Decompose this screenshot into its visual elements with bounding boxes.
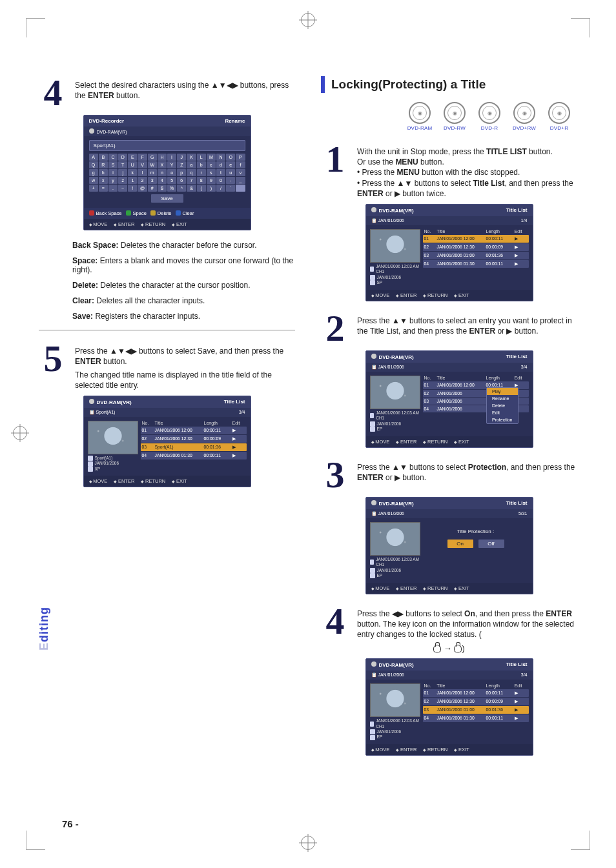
key[interactable]: C <box>108 154 118 161</box>
key[interactable]: g <box>89 169 98 176</box>
rename-field[interactable] <box>89 140 245 151</box>
key[interactable]: 8 <box>197 177 206 184</box>
key[interactable]: T <box>118 161 127 168</box>
popup-item[interactable]: Rename <box>487 395 518 402</box>
key[interactable]: . <box>108 185 118 192</box>
on-button[interactable]: On <box>447 540 473 548</box>
popup-item[interactable]: Protection <box>487 416 518 423</box>
key[interactable]: o <box>167 169 176 176</box>
key[interactable]: ! <box>128 185 137 192</box>
popup-item[interactable]: Edit <box>487 409 518 416</box>
key[interactable]: q <box>187 169 196 176</box>
key[interactable]: 5 <box>167 177 176 184</box>
key[interactable]: e <box>226 161 235 168</box>
table-row[interactable]: 04JAN/01/2006 01:3000:00:11▶ <box>423 260 529 268</box>
key[interactable]: ^ <box>177 185 186 192</box>
table-row[interactable]: 03JAN/01/2006 01:0000:01:36▶ <box>423 252 529 259</box>
key[interactable]: Q <box>89 161 98 168</box>
key[interactable]: P <box>236 154 245 161</box>
key[interactable]: s <box>207 169 216 176</box>
key[interactable]: d <box>216 161 225 168</box>
key[interactable]: 9 <box>207 177 216 184</box>
key[interactable]: = <box>99 185 108 192</box>
key[interactable]: & <box>187 185 196 192</box>
key[interactable]: 6 <box>177 177 186 184</box>
table-row[interactable]: 03Sport(A1)00:01:36▶ <box>141 443 247 451</box>
table-row[interactable]: 01JAN/01/2006 12:0000:00:11▶ <box>423 235 529 243</box>
key[interactable]: Z <box>177 161 186 168</box>
key[interactable]: @ <box>138 185 147 192</box>
table-row[interactable]: 02JAN/01/2006 12:3000:00:09▶ <box>141 435 247 443</box>
key[interactable]: M <box>207 154 216 161</box>
key[interactable]: 4 <box>158 177 167 184</box>
key[interactable]: $ <box>158 185 167 192</box>
table-row[interactable]: 03JAN/01/2006 01:0000:01:36▶ <box>423 706 529 714</box>
key[interactable]: l <box>138 169 147 176</box>
key[interactable]: L <box>197 154 206 161</box>
key[interactable]: V <box>138 161 147 168</box>
table-row[interactable]: 01JAN/01/2006 12:0000:00:11▶ <box>423 689 529 697</box>
key[interactable]: k <box>128 169 137 176</box>
key[interactable]: ( <box>197 185 206 192</box>
key[interactable]: p <box>177 169 186 176</box>
key[interactable]: / <box>216 185 225 192</box>
key[interactable]: R <box>99 161 108 168</box>
key[interactable]: 2 <box>138 177 147 184</box>
key[interactable]: 7 <box>187 177 196 184</box>
table-row[interactable]: 01JAN/01/2006 12:0000:00:11▶ <box>141 427 247 434</box>
key[interactable]: 0 <box>216 177 225 184</box>
opt-space[interactable]: Space <box>126 210 147 216</box>
opt-backspace[interactable]: Back Space <box>89 210 122 216</box>
save-key[interactable]: Save <box>151 194 183 203</box>
key[interactable]: O <box>226 154 235 161</box>
key[interactable]: K <box>187 154 196 161</box>
key[interactable]: + <box>89 185 98 192</box>
popup-item[interactable]: Delete <box>487 402 518 409</box>
opt-delete[interactable]: Delete <box>150 210 172 216</box>
key[interactable]: 1 <box>128 177 137 184</box>
key[interactable]: j <box>118 169 127 176</box>
key[interactable]: ~ <box>118 185 127 192</box>
key[interactable]: z <box>118 177 127 184</box>
key[interactable]: u <box>226 169 235 176</box>
key[interactable]: A <box>89 154 98 161</box>
key[interactable]: v <box>236 169 245 176</box>
key[interactable]: x <box>99 177 108 184</box>
key[interactable]: r <box>197 169 206 176</box>
key[interactable]: _ <box>236 177 245 184</box>
key[interactable]: E <box>128 154 137 161</box>
key[interactable]: W <box>148 161 157 168</box>
key[interactable]: X <box>158 161 167 168</box>
key[interactable]: t <box>216 169 225 176</box>
opt-clear[interactable]: Clear <box>176 210 194 216</box>
key[interactable]: F <box>138 154 147 161</box>
off-button[interactable]: Off <box>478 540 504 548</box>
key[interactable]: y <box>108 177 118 184</box>
key[interactable]: # <box>148 185 157 192</box>
key[interactable]: J <box>177 154 186 161</box>
key[interactable]: U <box>128 161 137 168</box>
key[interactable]: S <box>108 161 118 168</box>
key[interactable]: H <box>158 154 167 161</box>
key[interactable]: i <box>108 169 118 176</box>
key[interactable]: Y <box>167 161 176 168</box>
key[interactable]: D <box>118 154 127 161</box>
key[interactable]: c <box>207 161 216 168</box>
table-row[interactable]: 04JAN/01/2006 01:3000:00:11▶ <box>423 714 529 722</box>
key[interactable]: ) <box>207 185 216 192</box>
key[interactable]: B <box>99 154 108 161</box>
table-row[interactable]: 04JAN/01/2006 01:3000:00:11▶ <box>141 452 247 459</box>
popup-item[interactable]: Play <box>487 388 518 395</box>
key[interactable]: G <box>148 154 157 161</box>
key[interactable]: w <box>89 177 98 184</box>
key[interactable]: ` <box>226 185 235 192</box>
key[interactable]: h <box>99 169 108 176</box>
key[interactable]: m <box>148 169 157 176</box>
key[interactable]: a <box>187 161 196 168</box>
osd-keyboard[interactable]: ABCDEFGHIJKLMNOPQRSTUVWXYZabcdefghijklmn… <box>89 154 245 192</box>
key[interactable]: f <box>236 161 245 168</box>
key[interactable]: I <box>167 154 176 161</box>
key[interactable]: n <box>158 169 167 176</box>
key[interactable] <box>236 185 245 192</box>
table-row[interactable]: 02JAN/01/2006 12:3000:00:09▶ <box>423 243 529 251</box>
